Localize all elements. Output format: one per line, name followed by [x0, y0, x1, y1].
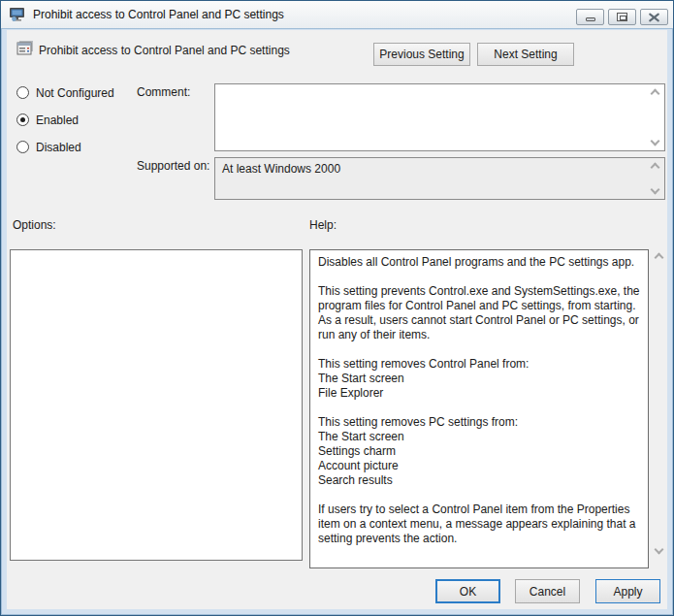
supported-on-label: Supported on:	[137, 159, 209, 173]
radio-enabled[interactable]: Enabled	[16, 113, 79, 127]
radio-enabled-label: Enabled	[36, 113, 79, 127]
minimize-icon	[586, 17, 595, 21]
scroll-up-icon[interactable]	[651, 89, 660, 99]
scroll-up-icon[interactable]	[655, 253, 664, 263]
next-setting-button[interactable]: Next Setting	[477, 43, 574, 66]
scroll-down-icon[interactable]	[651, 185, 660, 195]
supported-on-field: At least Windows 2000	[214, 157, 665, 200]
close-button[interactable]	[640, 9, 668, 25]
maximize-button[interactable]	[608, 9, 636, 25]
help-scrollbar[interactable]	[653, 249, 668, 568]
policy-setting-icon	[16, 40, 36, 57]
title-bar[interactable]: Prohibit access to Control Panel and PC …	[1, 1, 673, 29]
close-icon	[649, 13, 659, 21]
radio-not-configured[interactable]: Not Configured	[16, 85, 114, 100]
comment-input[interactable]	[214, 83, 665, 151]
supported-on-value: At least Windows 2000	[222, 162, 340, 176]
apply-button[interactable]: Apply	[595, 579, 660, 603]
help-section-label: Help:	[309, 218, 337, 232]
maximize-icon	[617, 13, 627, 21]
radio-not-configured-label: Not Configured	[36, 86, 114, 100]
group-policy-app-icon	[9, 7, 26, 22]
cancel-button[interactable]: Cancel	[515, 579, 580, 603]
radio-disabled[interactable]: Disabled	[16, 140, 81, 154]
comment-label: Comment:	[137, 85, 190, 99]
radio-not-configured-circle[interactable]	[16, 86, 29, 99]
radio-disabled-label: Disabled	[36, 141, 81, 154]
scroll-down-icon[interactable]	[655, 545, 664, 555]
previous-setting-button[interactable]: Previous Setting	[373, 43, 470, 66]
options-section-label: Options:	[13, 218, 56, 232]
window-title: Prohibit access to Control Panel and PC …	[33, 8, 284, 21]
help-text-box[interactable]: Disables all Control Panel programs and …	[309, 249, 649, 568]
window-controls	[576, 9, 668, 25]
setting-title: Prohibit access to Control Panel and PC …	[39, 44, 290, 57]
ok-button[interactable]: OK	[435, 579, 500, 603]
minimize-button[interactable]	[576, 9, 604, 25]
radio-enabled-circle[interactable]	[16, 113, 29, 126]
dialog-window: Prohibit access to Control Panel and PC …	[0, 0, 674, 616]
options-panel	[10, 249, 303, 561]
scroll-up-icon[interactable]	[651, 163, 660, 173]
dialog-content: Prohibit access to Control Panel and PC …	[7, 30, 667, 609]
scroll-down-icon[interactable]	[651, 137, 660, 146]
radio-disabled-circle[interactable]	[16, 141, 29, 153]
